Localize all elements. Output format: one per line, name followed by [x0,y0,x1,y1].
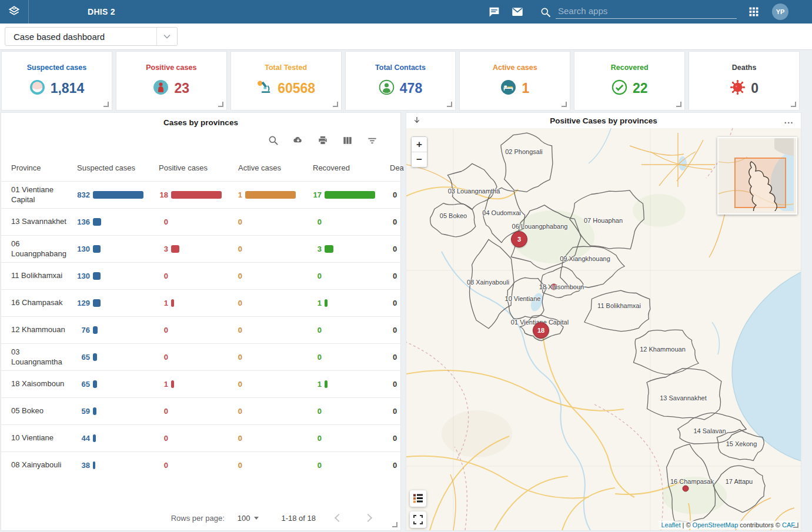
card-value: 478 [400,81,422,96]
apps-grid-icon[interactable] [747,5,760,18]
table-cell: 1 [156,299,236,307]
value-bar [93,218,101,226]
province-name: 12 Khammouan [11,322,75,338]
table-cell: 0 [236,218,310,226]
province-label: 13 Savannakhet [660,394,707,401]
column-header-province[interactable]: Province [11,163,75,172]
case-dot-marker[interactable] [683,486,689,492]
case-count-marker[interactable]: 18 [533,322,549,339]
table-row[interactable]: 08 Xainyabouli380000 [1,451,400,479]
mail-icon[interactable] [511,5,524,18]
leaflet-link[interactable]: Leaflet [661,521,680,528]
stat-card-total-tested[interactable]: Total Tested60568 [230,51,342,111]
fullscreen-button[interactable] [410,511,426,528]
panel-resize-handle[interactable] [392,522,397,527]
card-title: Suspected cases [27,63,86,72]
table-cell: 0 [236,461,310,470]
minimap[interactable] [717,137,797,215]
next-page-button[interactable] [360,511,375,525]
card-value: 60568 [278,81,315,96]
dhis2-logo[interactable] [0,0,29,24]
table-cell: 44 [75,434,156,443]
stat-card-positive-cases[interactable]: Positive cases23 [116,51,227,111]
value-bar [93,245,101,253]
zoom-in-button[interactable]: + [412,137,427,152]
map-canvas[interactable]: 02 Phongsali03 Louangnamtha05 Bokeo04 Ou… [406,128,801,530]
column-header-deaths[interactable]: Deaths [387,163,404,172]
table-row[interactable]: 06 Louangphabang1303030 [1,235,400,262]
card-title: Positive cases [146,63,196,72]
column-header-suspected[interactable]: Suspected cases [75,163,156,172]
table-row[interactable]: 05 Bokeo590000 [1,397,400,424]
table-cell: 0 [236,353,310,362]
table-row[interactable]: 18 Xaisomboun651010 [1,370,400,397]
more-options-icon[interactable]: ... [784,116,794,125]
card-resize-handle[interactable] [562,102,567,107]
value-bar [93,461,95,469]
province-label: 12 Khammouan [640,346,686,353]
columns-icon[interactable] [342,135,353,146]
card-title: Deaths [732,63,757,72]
province-label: 18 Xaisomboun [539,283,584,290]
table-cell: 3 [310,245,387,253]
table-row[interactable]: 11 Bolikhamxai1300000 [1,262,400,289]
stat-card-total-contacts[interactable]: Total Contacts478 [345,51,456,111]
card-value: 23 [174,81,189,96]
table-cell: 0 [156,272,236,280]
card-resize-handle[interactable] [676,102,681,107]
province-name: 16 Champasak [11,295,75,311]
table-cell: 0 [310,353,387,362]
dashboard-selector[interactable]: Case based dashboard [5,27,178,46]
table-cell: 0 [156,407,236,416]
card-resize-handle[interactable] [218,102,223,107]
value-bar [171,380,174,388]
filter-icon[interactable] [366,135,378,146]
stat-card-deaths[interactable]: Deaths0 [689,51,800,111]
search-apps-input[interactable] [556,5,737,19]
osm-link[interactable]: OpenStreetMap [693,521,739,528]
column-header-active[interactable]: Active cases [236,163,310,172]
column-header-recovered[interactable]: Recovered [310,163,387,172]
rows-per-page-select[interactable]: 100 [238,514,259,523]
card-resize-handle[interactable] [447,102,452,107]
download-cloud-icon[interactable] [292,135,304,146]
table-cell: 0 [310,326,387,334]
table-row[interactable]: 10 Vientiane440000 [1,424,400,451]
column-header-positive[interactable]: Positive cases [156,163,236,172]
table-cell: 0 [310,272,387,280]
table-cell: 1 [310,380,387,389]
value-bar [171,245,179,253]
table-cell: 0 [310,434,387,443]
card-resize-handle[interactable] [333,102,338,107]
user-avatar[interactable]: YP [772,4,788,20]
microscope-icon [256,79,272,98]
table-row[interactable]: 12 Khammouan760000 [1,316,400,343]
card-resize-handle[interactable] [103,102,109,107]
table-row[interactable]: 13 Savannakhet1360000 [1,208,400,235]
messages-icon[interactable] [487,5,500,18]
table-search-icon[interactable] [268,135,279,146]
table-row[interactable]: 16 Champasak1291010 [1,289,400,316]
download-arrow-icon[interactable] [412,116,422,125]
deaths-value: 0 [387,245,400,253]
stat-card-recovered[interactable]: Recovered22 [574,51,685,111]
case-count-marker[interactable]: 3 [511,231,527,247]
print-icon[interactable] [317,135,329,146]
pagination-range: 1-18 of 18 [281,514,316,523]
table-cell: 0 [310,461,387,470]
panel-resize-handle[interactable] [793,523,798,528]
mask-face-icon [29,79,45,98]
stat-card-active-cases[interactable]: Active cases1 [459,51,570,111]
zoom-out-button[interactable]: − [412,152,427,167]
legend-button[interactable] [410,490,426,507]
stat-card-suspected-cases[interactable]: Suspected cases1,814 [1,51,112,111]
previous-page-button[interactable] [331,511,345,525]
table-panel-title: Cases by provinces [1,113,400,127]
table-cell: 17 [310,190,387,199]
value-bar [93,380,97,388]
province-name: 11 Bolikhamxai [11,267,75,284]
card-resize-handle[interactable] [791,102,796,107]
table-row[interactable]: 01 Vientiane Capital832181170 [1,181,400,208]
table-row[interactable]: 03 Louangnamtha650000 [1,343,400,370]
deaths-value: 0 [387,434,400,443]
